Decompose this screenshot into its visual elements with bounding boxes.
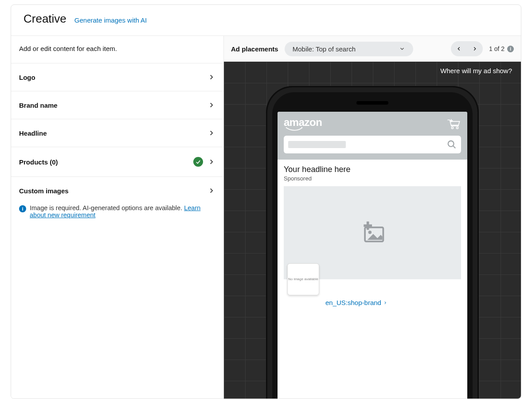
creative-item-label: Custom images (19, 187, 207, 195)
creative-item-row[interactable]: Products (0) (11, 147, 223, 176)
prev-placement-button[interactable] (451, 41, 467, 56)
svg-point-0 (451, 127, 453, 129)
info-icon: i (19, 205, 26, 212)
creative-item: Custom imagesiImage is required. AI-gene… (11, 176, 223, 227)
ad-placement-dropdown[interactable]: Mobile: Top of search (285, 42, 413, 56)
shop-brand-link[interactable]: en_US:shop-brand (284, 299, 461, 313)
items-intro-text: Add or edit content for each item. (11, 36, 223, 63)
ad-placements-bar: Ad placements Mobile: Top of search (224, 36, 521, 62)
shop-brand-link-text: en_US:shop-brand (325, 299, 381, 306)
chevron-left-icon (456, 46, 462, 52)
chevron-right-icon (207, 73, 215, 81)
chevron-down-icon (399, 46, 405, 52)
chevron-right-icon (207, 158, 215, 166)
creative-item: Headline (11, 119, 223, 147)
creative-item-subtext-body: Image is required. AI-generated options … (30, 204, 215, 219)
phone-screen: amazon (278, 112, 467, 399)
card-header: Creative Generate images with AI (11, 5, 521, 36)
placement-info-icon[interactable]: i (507, 46, 514, 52)
creative-item-row[interactable]: Headline (11, 119, 223, 147)
amazon-header: amazon (278, 112, 467, 160)
placement-pagination (451, 41, 483, 56)
svg-line-3 (453, 146, 456, 149)
creative-item-row[interactable]: Custom images (11, 177, 223, 204)
section-title: Creative (23, 12, 66, 26)
svg-point-2 (448, 141, 454, 147)
ad-hero-image-placeholder: No image available (284, 186, 461, 279)
ad-preview-area: Where will my ad show? amazon (224, 62, 521, 399)
creative-item-row[interactable]: Brand name (11, 91, 223, 119)
card-body: Add or edit content for each item. LogoB… (11, 36, 521, 399)
creative-items-pane: Add or edit content for each item. LogoB… (11, 36, 224, 399)
amazon-logo: amazon (284, 117, 322, 131)
creative-item: Logo (11, 63, 223, 91)
add-image-icon (359, 221, 386, 245)
svg-point-5 (368, 231, 372, 234)
sponsored-label: Sponsored (284, 175, 461, 182)
creative-item: Products (0) (11, 147, 223, 176)
svg-rect-7 (364, 224, 372, 227)
amazon-search-bar (284, 136, 461, 153)
preview-pane: Ad placements Mobile: Top of search (224, 36, 521, 399)
search-icon (447, 140, 457, 149)
cart-icon (446, 117, 461, 131)
ad-headline-placeholder: Your headline here (284, 165, 461, 174)
ad-placement-selected: Mobile: Top of search (293, 45, 356, 53)
placement-counter: 1 of 2 i (489, 45, 514, 52)
creative-item-label: Brand name (19, 102, 207, 109)
where-will-ad-show-link[interactable]: Where will my ad show? (440, 67, 512, 74)
ad-placements-label: Ad placements (231, 45, 278, 53)
chevron-right-icon (207, 129, 215, 137)
amazon-smile-icon (284, 127, 306, 131)
chevron-right-icon (472, 46, 478, 52)
chevron-right-icon (383, 301, 387, 305)
chevron-right-icon (207, 101, 215, 109)
phone-speaker (356, 101, 388, 105)
creative-item: Brand name (11, 91, 223, 119)
creative-item-row[interactable]: Logo (11, 63, 223, 91)
ad-preview-block: Your headline here Sponsored (278, 160, 467, 313)
check-complete-icon (193, 157, 203, 167)
creative-item-label: Logo (19, 74, 207, 81)
phone-bezel: amazon (272, 92, 473, 399)
creative-item-label: Headline (19, 129, 207, 137)
svg-point-1 (456, 127, 458, 129)
brand-logo-tile: No image available (287, 263, 319, 295)
creative-item-subtext: iImage is required. AI-generated options… (11, 204, 223, 227)
search-placeholder-skeleton (288, 141, 346, 148)
creative-card: Creative Generate images with AI Add or … (11, 4, 521, 399)
phone-mock: amazon (266, 86, 479, 399)
next-placement-button[interactable] (467, 41, 483, 56)
placement-counter-text: 1 of 2 (489, 45, 505, 52)
chevron-right-icon (207, 187, 215, 195)
generate-images-ai-link[interactable]: Generate images with AI (74, 16, 147, 24)
creative-item-label: Products (0) (19, 158, 193, 166)
